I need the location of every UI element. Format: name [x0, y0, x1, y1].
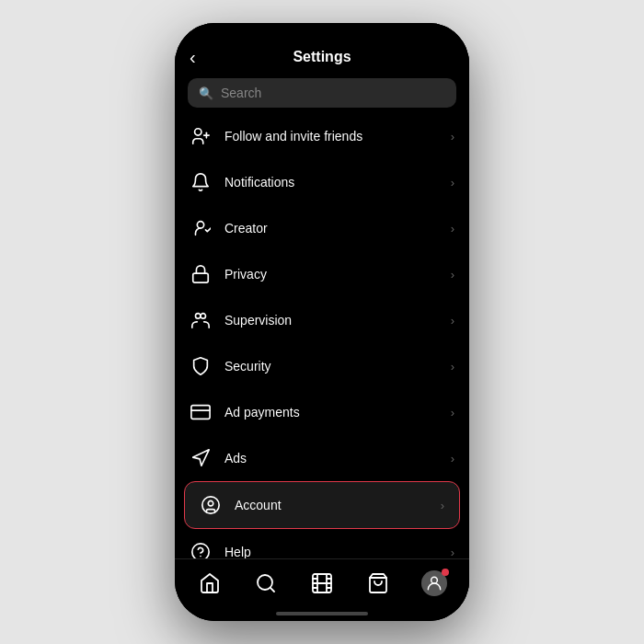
svg-line-17 [270, 587, 274, 591]
settings-item-account[interactable]: Account › [184, 481, 460, 529]
svg-rect-4 [193, 273, 209, 282]
shield-icon [190, 355, 212, 377]
chevron-icon: › [451, 546, 454, 559]
settings-item-supervision[interactable]: Supervision › [175, 297, 469, 343]
chevron-icon: › [451, 176, 454, 190]
search-placeholder: Search [221, 86, 261, 100]
back-button[interactable]: ‹ [190, 47, 196, 68]
help-circle-icon [190, 541, 212, 558]
creator-icon [190, 217, 212, 239]
svg-point-0 [195, 129, 201, 135]
privacy-label: Privacy [224, 267, 451, 282]
chevron-icon: › [451, 130, 454, 144]
settings-item-follow[interactable]: Follow and invite friends › [175, 113, 469, 159]
bell-icon [190, 171, 212, 193]
settings-item-security[interactable]: Security › [175, 343, 469, 389]
security-label: Security [224, 359, 451, 374]
home-indicator [175, 606, 469, 621]
chevron-icon: › [451, 222, 454, 236]
supervision-icon [190, 309, 212, 331]
settings-list: Follow and invite friends › Notification… [175, 113, 469, 558]
lock-icon [190, 263, 212, 285]
chevron-icon: › [451, 406, 454, 420]
account-label: Account [235, 498, 441, 512]
help-label: Help [224, 545, 451, 558]
nav-reels[interactable] [302, 563, 342, 604]
settings-item-help[interactable]: Help › [175, 529, 469, 558]
nav-profile[interactable] [414, 563, 454, 604]
svg-point-6 [201, 314, 206, 319]
page-title: Settings [293, 49, 351, 65]
svg-point-3 [197, 222, 203, 228]
bottom-nav [175, 558, 469, 606]
header: ‹ Settings [175, 41, 469, 73]
svg-point-9 [202, 497, 219, 513]
chevron-icon: › [451, 314, 454, 328]
megaphone-icon [190, 447, 212, 469]
phone-container: ‹ Settings 🔍 Search Follow and invite fr… [175, 23, 469, 621]
card-icon [190, 401, 212, 423]
settings-item-ads[interactable]: Ads › [175, 435, 469, 481]
chevron-icon: › [451, 360, 454, 374]
notifications-label: Notifications [224, 175, 451, 190]
follow-label: Follow and invite friends [224, 129, 451, 144]
nav-search[interactable] [246, 563, 286, 604]
nav-home[interactable] [190, 563, 230, 604]
svg-point-27 [431, 577, 437, 583]
settings-item-creator[interactable]: Creator › [175, 205, 469, 251]
ad-payments-label: Ad payments [224, 405, 451, 420]
supervision-label: Supervision [224, 313, 451, 328]
notification-dot [442, 569, 449, 576]
chevron-icon: › [451, 452, 454, 466]
settings-item-notifications[interactable]: Notifications › [175, 159, 469, 205]
person-add-icon [190, 125, 212, 147]
chevron-icon: › [451, 268, 454, 282]
settings-item-ad-payments[interactable]: Ad payments › [175, 389, 469, 435]
ads-label: Ads [224, 451, 451, 466]
chevron-icon: › [441, 499, 444, 512]
search-bar[interactable]: 🔍 Search [188, 78, 456, 108]
search-icon: 🔍 [199, 86, 213, 100]
person-circle-icon [200, 494, 222, 516]
status-bar [175, 23, 469, 41]
creator-label: Creator [224, 221, 451, 236]
settings-item-privacy[interactable]: Privacy › [175, 251, 469, 297]
svg-rect-7 [191, 406, 210, 420]
nav-shop[interactable] [358, 563, 398, 604]
svg-point-10 [208, 500, 213, 506]
